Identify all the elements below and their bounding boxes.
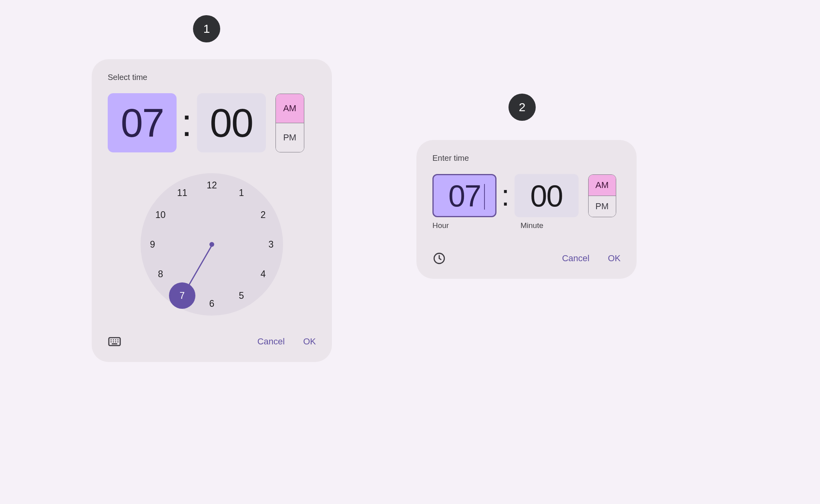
clock-face-container: 7 12123456891011 — [108, 173, 316, 316]
hour-input-value: 07 — [448, 178, 481, 213]
keyboard-icon[interactable] — [108, 335, 121, 348]
minute-input[interactable]: 00 — [515, 174, 579, 217]
clock-icon[interactable] — [432, 252, 446, 265]
time-picker-dial-dialog: Select time 07 : 00 AM PM 7 121234568910… — [92, 59, 332, 362]
clock-number-2[interactable]: 2 — [255, 207, 271, 223]
clock-number-10[interactable]: 10 — [153, 207, 169, 223]
clock-number-5[interactable]: 5 — [233, 288, 249, 304]
time-input-row: 07 : 00 AM PM — [432, 174, 621, 217]
cancel-button[interactable]: Cancel — [257, 336, 285, 347]
callout-badge-1: 1 — [193, 15, 220, 42]
time-display-row: 07 : 00 AM PM — [108, 93, 316, 152]
time-picker-input-dialog: Enter time 07 : 00 AM PM Hour Minute — [416, 140, 637, 279]
clock-face[interactable]: 7 12123456891011 — [141, 173, 283, 316]
clock-number-6[interactable]: 6 — [204, 296, 220, 312]
text-caret — [484, 184, 485, 210]
hour-input[interactable]: 07 — [432, 174, 496, 217]
clock-number-9[interactable]: 9 — [145, 236, 161, 252]
minute-selector[interactable]: 00 — [197, 93, 266, 152]
clock-number-12[interactable]: 12 — [204, 177, 220, 193]
clock-number-3[interactable]: 3 — [263, 236, 279, 252]
pm-option[interactable]: PM — [589, 196, 616, 217]
pm-option[interactable]: PM — [276, 123, 304, 152]
helper-row: Hour Minute — [432, 221, 621, 230]
clock-number-1[interactable]: 1 — [233, 185, 249, 201]
dialog-title: Enter time — [432, 154, 621, 163]
clock-number-8[interactable]: 8 — [153, 266, 169, 282]
ok-button[interactable]: OK — [303, 336, 316, 347]
am-option[interactable]: AM — [276, 94, 304, 123]
clock-number-11[interactable]: 11 — [174, 185, 190, 201]
hour-helper-label: Hour — [432, 221, 498, 230]
minute-helper-label: Minute — [521, 221, 585, 230]
hour-selector[interactable]: 07 — [108, 93, 177, 152]
period-toggle: AM PM — [588, 174, 616, 217]
clock-number-4[interactable]: 4 — [255, 266, 271, 282]
period-toggle: AM PM — [275, 94, 304, 152]
am-option[interactable]: AM — [589, 175, 616, 196]
dialog-title: Select time — [108, 73, 316, 82]
ok-button[interactable]: OK — [608, 253, 621, 264]
clock-selection-knob[interactable]: 7 — [169, 282, 195, 309]
time-colon: : — [501, 181, 510, 210]
callout-badge-2: 2 — [508, 94, 536, 121]
cancel-button[interactable]: Cancel — [562, 253, 589, 264]
time-colon: : — [181, 104, 192, 142]
